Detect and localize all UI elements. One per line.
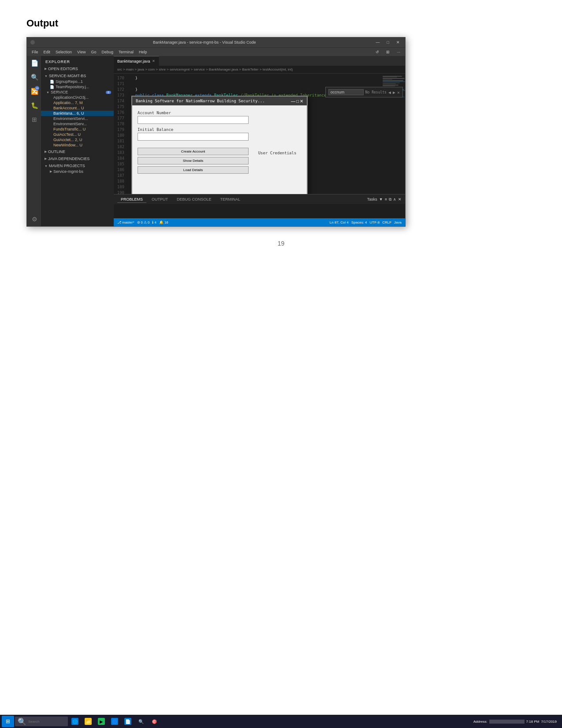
activity-search-icon[interactable]: 🔍 xyxy=(29,72,39,82)
find-next-icon[interactable]: ▶ xyxy=(393,90,395,95)
taskbar-search-input[interactable] xyxy=(28,720,68,724)
panel-copy-icon[interactable]: ⧉ xyxy=(389,197,391,202)
sidebar-item-newwindow[interactable]: NewWindow... U xyxy=(41,142,114,148)
status-spaces-label: Spaces: 4 xyxy=(351,220,367,224)
taskbar-address-input[interactable] xyxy=(489,720,525,724)
menu-view[interactable]: View xyxy=(75,49,88,55)
activity-explorer-icon[interactable]: 📄 xyxy=(29,58,39,68)
sidebar-item-guiacctest[interactable]: GuiAccTest... U xyxy=(41,132,114,137)
find-input[interactable] xyxy=(328,89,364,95)
taskbar-app-play[interactable]: ▶ xyxy=(95,716,108,727)
sidebar-item-bankmanager[interactable]: BankMana... 6, U xyxy=(41,111,114,116)
sidebar-item-service-folder[interactable]: ▼ SERVICE 8 xyxy=(41,90,114,95)
status-spaces[interactable]: Spaces: 4 xyxy=(351,220,367,224)
status-encoding-label: UTF-8 xyxy=(370,220,380,224)
taskbar-search[interactable]: 🔍 xyxy=(15,717,68,726)
taskbar-app-target[interactable]: 🎯 xyxy=(148,716,160,727)
taskbar-explorer-icon: 📁 xyxy=(85,718,92,725)
java-deps-header[interactable]: ▶ JAVA DEPENDENCIES xyxy=(41,156,114,162)
window-controls-right[interactable]: — □ ✕ xyxy=(374,40,402,45)
panel-tab-output[interactable]: OUTPUT xyxy=(148,196,171,202)
activity-git-icon[interactable]: 🔀 19 xyxy=(29,86,39,97)
find-prev-icon[interactable]: ◀ xyxy=(388,90,391,95)
load-details-button[interactable]: Load Details xyxy=(138,166,249,174)
panel-tab-debug[interactable]: DEBUG CONSOLE xyxy=(173,196,215,202)
status-errors[interactable]: ⊘ 0 ⚠ 0 xyxy=(137,220,150,224)
panel-close-icon[interactable]: ✕ xyxy=(398,197,402,202)
taskbar-play-icon: ▶ xyxy=(98,718,105,725)
sidebar-item-bankaccount[interactable]: BankAccount... U xyxy=(41,105,114,111)
dialog-restore-btn[interactable]: □ xyxy=(296,99,299,104)
service-mgmt-header[interactable]: ▼ SERVICE-MGMT-BS xyxy=(41,73,114,79)
toolbar-more[interactable]: ··· xyxy=(395,49,402,55)
activity-debug-icon[interactable]: 🐛 xyxy=(29,100,39,111)
tab-close-icon[interactable]: ✕ xyxy=(152,59,155,63)
menu-selection[interactable]: Selection xyxy=(53,49,74,55)
toolbar-split[interactable]: ⊞ xyxy=(384,49,392,55)
dialog-balance-input[interactable] xyxy=(138,133,249,141)
find-close-icon[interactable]: ✕ xyxy=(397,90,400,95)
open-editors-header[interactable]: ▶ OPEN EDITORS xyxy=(41,66,114,72)
restore-button[interactable]: □ xyxy=(385,40,391,45)
activity-extensions-icon[interactable]: ⊞ xyxy=(29,114,39,125)
status-position[interactable]: Ln 87, Col 4 xyxy=(330,220,349,224)
dialog-close-btn[interactable]: ✕ xyxy=(300,99,303,104)
show-details-button[interactable]: Show Details xyxy=(138,157,249,164)
sidebar-item-maven-service-label: Service-mgmt-bs xyxy=(53,169,83,174)
open-editors-section: ▶ OPEN EDITORS xyxy=(41,66,114,72)
menu-help[interactable]: Help xyxy=(137,49,149,55)
status-info[interactable]: ℹ 4 xyxy=(152,220,156,224)
outline-header[interactable]: ▶ OUTLINE xyxy=(41,149,114,155)
sidebar-item-fundstransfer[interactable]: FundsTransfic... U xyxy=(41,127,114,132)
minimize-button[interactable]: — xyxy=(374,40,382,45)
menu-file[interactable]: File xyxy=(30,49,41,55)
sidebar-item-maven-service[interactable]: ▶ Service-mgmt-bs xyxy=(41,169,114,174)
dialog-title: Banking Software for NatiomNarrow Buildi… xyxy=(136,99,265,103)
status-branch[interactable]: ⎇ master* xyxy=(117,220,134,224)
maven-header[interactable]: ▼ MAVEN PROJECTS xyxy=(41,163,114,169)
sidebar-item-signuprepo[interactable]: 📄 SignupRepo...1 xyxy=(41,79,114,84)
panel-tab-bar: PROBLEMS OUTPUT DEBUG CONSOLE TERMINAL T… xyxy=(114,194,405,204)
sidebar-item-appclao3[interactable]: ApplicationClAO3j... xyxy=(41,95,114,100)
maven-label: MAVEN PROJECTS xyxy=(49,164,85,168)
panel-tab-terminal[interactable]: TERMINAL xyxy=(217,196,244,202)
menu-terminal[interactable]: Terminal xyxy=(116,49,136,55)
sidebar-item-teamrepo[interactable]: 📄 TeamRepository.j... xyxy=(41,84,114,90)
editor-area: BankManager.java ✕ src > main > java > c… xyxy=(114,56,405,226)
status-line-ending[interactable]: CRLF xyxy=(382,220,391,224)
taskbar-app-browser[interactable]: 🌐 xyxy=(69,716,81,727)
panel-list-icon[interactable]: ≡ xyxy=(385,197,387,202)
sidebar-item-guiacctet[interactable]: GuiAcctet... 2, U xyxy=(41,137,114,142)
start-button[interactable]: ⊞ xyxy=(2,716,14,727)
create-account-button[interactable]: Create Account xyxy=(138,148,249,155)
toolbar-sync[interactable]: ↺ xyxy=(373,49,381,55)
code-line-170: } xyxy=(130,75,377,81)
sidebar-item-envservi1[interactable]: EnvironmentServi... xyxy=(41,116,114,121)
menu-debug[interactable]: Debug xyxy=(99,49,115,55)
taskbar-address-label: Address: xyxy=(473,720,488,724)
panel-collapse-icon[interactable]: ∧ xyxy=(393,197,396,202)
menu-go[interactable]: Go xyxy=(89,49,98,55)
dialog-field-balance-label: Initial Balance xyxy=(138,127,249,132)
sidebar-item-envserv2[interactable]: EnvironmentServ... xyxy=(41,121,114,127)
dialog-minimize-btn[interactable]: — xyxy=(291,99,295,104)
sidebar-item-applicatio[interactable]: Applicatio... 7, M xyxy=(41,100,114,105)
find-widget: No Results ◀ ▶ ✕ xyxy=(325,87,403,97)
minimap-line-4 xyxy=(383,79,392,80)
panel-tab-problems[interactable]: PROBLEMS xyxy=(117,196,146,203)
dialog-account-input[interactable] xyxy=(138,116,249,124)
status-alerts[interactable]: 🔔 16 xyxy=(159,220,168,224)
activity-settings-icon[interactable]: ⚙ xyxy=(29,216,39,226)
taskbar-ie-icon: 🌀 xyxy=(111,718,118,725)
taskbar-app-explorer[interactable]: 📁 xyxy=(82,716,94,727)
tab-bankmanager[interactable]: BankManager.java ✕ xyxy=(114,56,159,66)
service-badge: 8 xyxy=(106,91,111,94)
taskbar-app-search[interactable]: 🔍 xyxy=(135,716,147,727)
panel-filter-icon[interactable]: ▼ xyxy=(379,197,383,202)
menu-edit[interactable]: Edit xyxy=(41,49,53,55)
close-button[interactable]: ✕ xyxy=(395,40,402,45)
status-encoding[interactable]: UTF-8 xyxy=(370,220,380,224)
taskbar-app-vscode[interactable]: 📄 xyxy=(122,716,134,727)
status-language[interactable]: Java xyxy=(394,220,402,224)
taskbar-app-ie[interactable]: 🌀 xyxy=(108,716,121,727)
